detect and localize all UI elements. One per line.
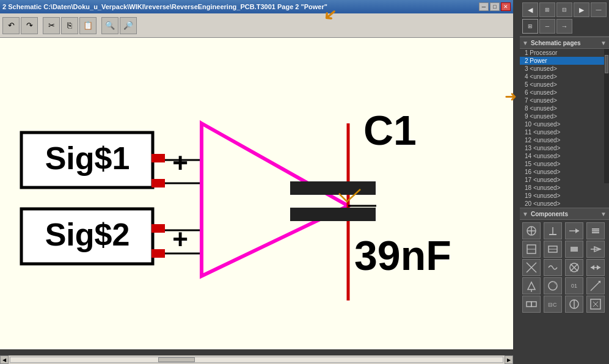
page-item-14[interactable]: 14 <unused> xyxy=(520,152,609,160)
svg-text:Sig$2: Sig$2 xyxy=(45,217,130,252)
svg-rect-36 xyxy=(571,247,578,252)
right-panel-toolbar: ◀ ⊞ ⊟ ▶ — ⊞ ─ → xyxy=(520,0,609,37)
toolbar-btn-4[interactable]: ⎘ xyxy=(61,17,78,34)
page-item-15[interactable]: 15 <unused> xyxy=(520,160,609,168)
comp-btn-10[interactable] xyxy=(544,259,562,276)
svg-text:⊟C: ⊟C xyxy=(548,302,557,308)
svg-text:+: + xyxy=(172,224,188,254)
comp-btn-18[interactable]: ⊟C xyxy=(544,296,562,313)
components-header: ▼ Components ▼ xyxy=(520,208,609,220)
horizontal-scrollbar[interactable]: ◀ ▶ xyxy=(0,355,513,364)
minimize-button[interactable]: ─ xyxy=(479,2,489,11)
comp-btn-11[interactable] xyxy=(565,259,583,276)
svg-text:Sig$1: Sig$1 xyxy=(45,140,130,176)
toolbar-btn-zoom-in[interactable]: 🔍 xyxy=(101,17,119,34)
close-button[interactable]: ✕ xyxy=(501,2,511,11)
svg-rect-53 xyxy=(531,302,536,307)
page-item-19[interactable]: 19 <unused> xyxy=(520,192,609,200)
svg-rect-5 xyxy=(151,154,165,162)
page-item-10[interactable]: 10 <unused> xyxy=(520,120,609,128)
comp-btn-2[interactable] xyxy=(544,222,562,239)
page-item-18[interactable]: 18 <unused> xyxy=(520,184,609,192)
rt-btn-right[interactable]: ▶ xyxy=(574,2,589,17)
comp-btn-14[interactable] xyxy=(544,277,562,294)
svg-rect-52 xyxy=(527,302,531,307)
page-item-5[interactable]: 5 <unused> xyxy=(520,81,609,89)
page-item-4[interactable]: 4 <unused> xyxy=(520,73,609,81)
comp-btn-13[interactable] xyxy=(522,277,541,294)
page-item-11[interactable]: 11 <unused> xyxy=(520,128,609,136)
svg-rect-0 xyxy=(0,38,513,349)
comp-btn-8[interactable] xyxy=(586,241,605,258)
svg-marker-46 xyxy=(591,265,594,270)
rt-btn-5[interactable]: — xyxy=(591,2,607,17)
schematic-pages-list: 1 Processor2 Power3 <unused>4 <unused>5 … xyxy=(520,49,609,208)
svg-marker-45 xyxy=(597,265,600,270)
titlebar: 2 Schematic C:\Daten\Doku_u_Verpack\WIKI… xyxy=(0,0,513,13)
svg-text:+: + xyxy=(172,148,188,178)
page-item-12[interactable]: 12 <unused> xyxy=(520,136,609,144)
components-title: Components xyxy=(531,211,568,217)
comp-btn-20[interactable] xyxy=(586,296,605,313)
svg-text:39nF: 39nF xyxy=(354,232,451,278)
page-item-1[interactable]: 1 Processor xyxy=(520,49,609,57)
toolbar-btn-1[interactable]: ↶ xyxy=(2,17,20,34)
svg-marker-28 xyxy=(575,228,579,233)
comp-btn-6[interactable] xyxy=(544,241,562,258)
page-item-17[interactable]: 17 <unused> xyxy=(520,176,609,184)
page-item-20[interactable]: 20 <unused> xyxy=(520,200,609,208)
components-grid: 01 ⊟C xyxy=(520,220,609,315)
schematic-pages-header: ▼ Schematic pages ▼ xyxy=(520,37,609,49)
svg-rect-8 xyxy=(151,249,165,258)
toolbar-btn-2[interactable]: ↷ xyxy=(21,17,38,34)
rt-btn-schematic[interactable]: ⊞ xyxy=(539,2,555,17)
right-panel: ◀ ⊞ ⊟ ▶ — ⊞ ─ → ▼ Schematic pages ▼ 1 Pr… xyxy=(520,0,609,364)
toolbar-btn-3[interactable]: ✂ xyxy=(43,17,60,34)
comp-btn-12[interactable] xyxy=(586,259,605,276)
comp-btn-1[interactable] xyxy=(522,222,541,239)
comp-btn-5[interactable] xyxy=(522,241,541,258)
toolbar: ↶ ↷ ✂ ⎘ 📋 🔍 🔎 xyxy=(0,13,513,38)
svg-text:C1: C1 xyxy=(363,107,417,153)
comp-btn-19[interactable] xyxy=(565,296,583,313)
page-item-13[interactable]: 13 <unused> xyxy=(520,144,609,152)
schematic-pages-title: Schematic pages xyxy=(531,40,581,46)
svg-rect-18 xyxy=(290,208,376,221)
rt-btn-6[interactable]: ⊞ xyxy=(522,19,538,34)
comp-btn-7[interactable] xyxy=(565,241,583,258)
schematic-diagram: Sig$1 Sig$2 + + C1 39nF xyxy=(0,38,513,349)
titlebar-buttons: ─ □ ✕ xyxy=(479,2,511,11)
comp-btn-17[interactable] xyxy=(522,296,541,313)
page-item-3[interactable]: 3 <unused> xyxy=(520,65,609,73)
comp-btn-3[interactable] xyxy=(565,222,583,239)
hscroll-left-button[interactable]: ◀ xyxy=(0,355,9,364)
page-item-16[interactable]: 16 <unused> xyxy=(520,168,609,176)
page-item-2[interactable]: 2 Power xyxy=(520,57,609,65)
svg-rect-7 xyxy=(151,224,165,233)
rt-btn-8[interactable]: → xyxy=(556,19,572,34)
titlebar-title: 2 Schematic C:\Daten\Doku_u_Verpack\WIKI… xyxy=(2,3,327,10)
hscroll-right-button[interactable]: ▶ xyxy=(505,355,513,364)
toolbar-btn-5[interactable]: 📋 xyxy=(79,17,97,34)
schematic-pages-panel: ▼ Schematic pages ▼ 1 Processor2 Power3 … xyxy=(520,37,609,208)
comp-btn-16[interactable] xyxy=(586,277,605,294)
page-item-7[interactable]: 7 <unused> xyxy=(520,96,609,104)
page-item-8[interactable]: 8 <unused> xyxy=(520,104,609,112)
svg-marker-47 xyxy=(528,282,535,289)
toolbar-btn-zoom-out[interactable]: 🔎 xyxy=(120,17,137,34)
components-panel: ▼ Components ▼ xyxy=(520,208,609,364)
svg-rect-6 xyxy=(151,179,165,187)
comp-btn-15[interactable]: 01 xyxy=(565,277,583,294)
rt-btn-7[interactable]: ─ xyxy=(539,19,555,34)
comp-btn-9[interactable] xyxy=(522,259,541,276)
maximize-button[interactable]: □ xyxy=(490,2,500,11)
rt-btn-back[interactable]: ◀ xyxy=(522,2,538,17)
svg-line-50 xyxy=(591,281,600,291)
page-item-6[interactable]: 6 <unused> xyxy=(520,89,609,96)
schematic-canvas[interactable]: Sig$1 Sig$2 + + C1 39nF xyxy=(0,38,513,349)
rt-btn-view[interactable]: ⊟ xyxy=(556,2,572,17)
page-item-9[interactable]: 9 <unused> xyxy=(520,112,609,120)
svg-rect-17 xyxy=(290,181,376,195)
comp-btn-4[interactable] xyxy=(586,222,605,239)
